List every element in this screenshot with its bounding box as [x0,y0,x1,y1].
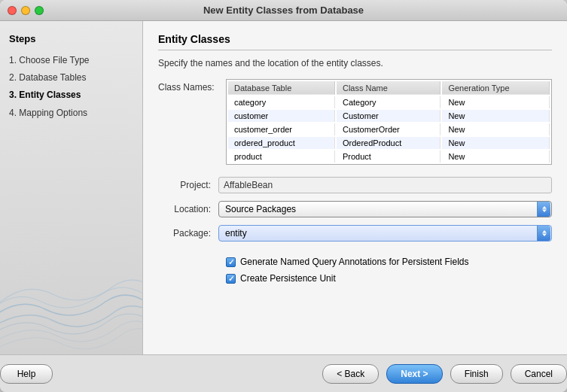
cell-gen-type: New [442,110,550,122]
col-header-gen-type: Generation Type [442,81,550,95]
project-row: Project: AffableBean [158,177,552,193]
cell-class-name: Category [337,96,440,108]
cell-gen-type: New [442,137,550,149]
wave-decoration [0,234,143,354]
cell-db-table: customer_order [228,123,335,135]
checkbox-persistence-unit[interactable] [226,274,236,284]
col-header-class-name: Class Name [337,81,440,95]
step-2: 2. Database Tables [9,69,133,87]
content-area: Steps 1. Choose File Type 2. Database Ta… [0,21,567,354]
sidebar: Steps 1. Choose File Type 2. Database Ta… [0,21,143,354]
package-select[interactable]: entitycom.example [218,225,552,242]
table-container: Class Names: Database Table Class Name G… [158,79,552,165]
location-row: Location: Source PackagesTest Packages [158,201,552,217]
sidebar-title: Steps [9,33,133,44]
table-row[interactable]: customer_order CustomerOrder New [228,123,550,135]
back-button[interactable]: < Back [322,364,379,384]
zoom-button[interactable] [35,6,44,15]
table-row[interactable]: category Category New [228,96,550,108]
finish-button[interactable]: Finish [450,364,503,384]
package-select-container: entitycom.example [218,225,552,242]
col-header-db-table: Database Table [228,81,335,95]
cell-class-name: Customer [337,110,440,122]
table-row[interactable]: ordered_product OrderedProduct New [228,137,550,149]
project-label: Project: [158,180,218,190]
main-content: Entity Classes Specify the names and the… [143,21,567,354]
section-title: Entity Classes [158,33,552,50]
footer: Help < Back Next > Finish Cancel [0,354,567,392]
cell-db-table: customer [228,110,335,122]
class-names-table: Database Table Class Name Generation Typ… [226,79,552,165]
cell-db-table: category [228,96,335,108]
cell-gen-type: New [442,123,550,135]
steps-list: 1. Choose File Type 2. Database Tables 3… [9,52,133,122]
cell-db-table: ordered_product [228,137,335,149]
cell-class-name: CustomerOrder [337,123,440,135]
package-row: Package: entitycom.example [158,225,552,242]
traffic-lights [8,6,44,15]
help-button[interactable]: Help [0,364,53,384]
table-row[interactable]: product Product New [228,150,550,163]
next-button[interactable]: Next > [386,364,442,384]
close-button[interactable] [8,6,17,15]
checkbox-named-query-label: Generate Named Query Annotations for Per… [240,257,469,267]
checkbox-persistence-unit-label: Create Persistence Unit [240,273,336,284]
cell-db-table: product [228,150,335,163]
minimize-button[interactable] [21,6,30,15]
step-4: 4. Mapping Options [9,105,133,122]
description-text: Specify the names and the location of th… [158,58,552,68]
package-label: Package: [158,228,218,239]
location-select[interactable]: Source PackagesTest Packages [218,201,552,217]
cell-class-name: Product [337,150,440,163]
cell-gen-type: New [442,150,550,163]
main-window: New Entity Classes from Database Steps 1… [0,0,567,392]
checkbox-row-2: Create Persistence Unit [158,273,552,284]
window-title: New Entity Classes from Database [203,5,364,16]
checkbox-named-query[interactable] [226,257,236,267]
location-select-container: Source PackagesTest Packages [218,201,552,217]
checkbox-row-1: Generate Named Query Annotations for Per… [158,257,552,267]
cancel-button[interactable]: Cancel [511,364,567,384]
cell-class-name: OrderedProduct [337,137,440,149]
table-row[interactable]: customer Customer New [228,110,550,122]
title-bar: New Entity Classes from Database [0,0,567,21]
location-label: Location: [158,204,218,214]
step-3-active: 3. Entity Classes [9,87,133,104]
step-1: 1. Choose File Type [9,52,133,69]
project-value: AffableBean [218,177,552,193]
class-names-label: Class Names: [158,79,218,93]
cell-gen-type: New [442,96,550,108]
